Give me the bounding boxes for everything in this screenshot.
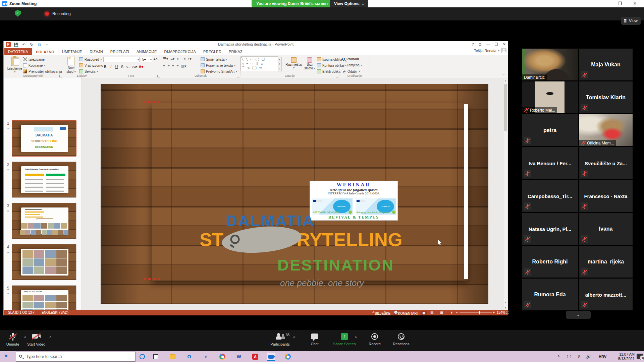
- participant-tile[interactable]: Roberto Righi: [522, 246, 578, 278]
- tab-pregled[interactable]: PREGLED: [200, 48, 225, 55]
- tab-datoteka[interactable]: DATOTEKA: [4, 48, 32, 55]
- account-menu[interactable]: Tešija Renata▾: [474, 48, 506, 53]
- file-explorer-icon[interactable]: [169, 353, 177, 361]
- fit-slide-icon[interactable]: ⛶: [506, 311, 508, 315]
- zoom-out-icon[interactable]: −: [456, 311, 458, 314]
- char-spacing-button[interactable]: A↔: [125, 64, 131, 69]
- reading-view-icon[interactable]: ▦: [440, 311, 443, 314]
- tab-dizajn[interactable]: DIZAJN: [86, 48, 107, 55]
- align-center-button[interactable]: ≡: [167, 64, 169, 68]
- taskbar-clock[interactable]: 11:07 AM 5/13/2021: [618, 352, 635, 361]
- participant-tile[interactable]: Iva Bencun / Fer...: [522, 147, 578, 179]
- justify-button[interactable]: ≡: [176, 64, 178, 68]
- chrome-icon[interactable]: [218, 353, 226, 361]
- tab-prikaz[interactable]: PRIKAZ: [225, 48, 246, 55]
- zoom-percentage[interactable]: 154%: [497, 311, 505, 314]
- participant-tile[interactable]: Officina Mem...: [579, 114, 633, 146]
- action-center-icon[interactable]: 20: [637, 354, 643, 359]
- italic-button[interactable]: I: [108, 64, 113, 69]
- tray-mic-icon[interactable]: 🎙: [577, 351, 585, 362]
- participant-tile[interactable]: martina_rijeka: [579, 246, 633, 278]
- thumbnail-slide-4[interactable]: [12, 244, 76, 280]
- share-options-caret[interactable]: ˄: [355, 335, 357, 339]
- share-screen-button[interactable]: Share Screen: [330, 333, 359, 346]
- dialog-launcher-icon[interactable]: [237, 75, 239, 77]
- next-slide-icon[interactable]: ▼: [503, 307, 507, 309]
- columns-button[interactable]: ▥▾: [181, 64, 186, 68]
- scroll-up-icon[interactable]: ▲: [503, 79, 507, 82]
- layout-button[interactable]: Raspored▾: [79, 57, 102, 61]
- slideshow-view-icon[interactable]: ⏵: [451, 311, 452, 315]
- zoom-app-icon[interactable]: [284, 353, 292, 361]
- line-spacing-button[interactable]: ↕▾: [188, 57, 192, 61]
- participant-tile[interactable]: Campobasso_Tir...: [522, 180, 578, 212]
- tab-animacije[interactable]: ANIMACIJE: [133, 48, 160, 55]
- comments-toggle[interactable]: 💬 KOMENTARI: [394, 311, 398, 314]
- numbering-button[interactable]: ≡▾: [170, 57, 174, 61]
- tab-prijelazi[interactable]: PRIJELAZI: [107, 48, 133, 55]
- participant-tile[interactable]: Roberto Mal...: [522, 81, 578, 113]
- change-case-button[interactable]: Aa▾: [132, 64, 138, 69]
- language-status[interactable]: ENGLESKI (SAD): [42, 311, 68, 314]
- help-icon[interactable]: ?: [472, 42, 474, 47]
- restore-button[interactable]: ❐: [614, 0, 626, 7]
- mic-options-caret[interactable]: ˄: [24, 335, 26, 339]
- reactions-button[interactable]: Reactions: [389, 333, 413, 346]
- reset-button[interactable]: Vrati izvorno: [79, 63, 103, 67]
- participant-tile[interactable]: petra: [522, 114, 578, 146]
- align-left-button[interactable]: ≡: [163, 64, 165, 68]
- participant-tile[interactable]: Damir Brčić: [522, 49, 578, 80]
- language-indicator[interactable]: HRV: [599, 351, 606, 362]
- edge-icon[interactable]: e: [202, 353, 210, 361]
- video-options-caret[interactable]: ˄: [49, 335, 51, 339]
- ribbon-display-icon[interactable]: ⊡: [479, 42, 482, 47]
- new-slide-button[interactable]: Novi slajd ▾: [64, 57, 78, 73]
- participant-tile[interactable]: Rumora Eda: [522, 279, 578, 310]
- format-painter-button[interactable]: Prenositelj oblikovanja: [23, 69, 62, 73]
- smartart-button[interactable]: Pretvori u SmartArt▾: [201, 69, 237, 73]
- tray-show-hidden-icon[interactable]: ˄: [557, 351, 564, 362]
- tab-polazno[interactable]: POLAZNO: [32, 48, 58, 55]
- bullets-button[interactable]: ☰▾: [163, 57, 168, 61]
- participant-tile[interactable]: Sveučilište u Za...: [579, 147, 633, 179]
- participants-caret[interactable]: ˄: [293, 335, 295, 339]
- participant-tile[interactable]: Natasa Ugrin, Pl...: [522, 213, 578, 245]
- copy-button[interactable]: Kopiranje▾: [23, 63, 45, 67]
- prev-slide-icon[interactable]: ▲: [503, 301, 507, 304]
- font-size-combo[interactable]: 5+: [141, 57, 152, 62]
- arrange-button[interactable]: Razmještaj▾: [285, 57, 303, 69]
- notes-flag-icon[interactable]: ⎗: [33, 311, 35, 315]
- tab-umetanje[interactable]: UMETANJE: [58, 48, 86, 55]
- word-icon[interactable]: W: [235, 353, 243, 361]
- indent-increase-button[interactable]: ⇥: [182, 57, 185, 61]
- camera-app-icon[interactable]: [267, 353, 275, 361]
- participant-tile[interactable]: Maja Vukan: [579, 49, 633, 80]
- bold-button[interactable]: B: [103, 64, 108, 69]
- chat-button[interactable]: Chat: [305, 333, 324, 346]
- thumbnail-slide-2[interactable]: Split-Dalmatia County & storytelling: [12, 162, 76, 198]
- quick-styles-button[interactable]: Brzistilovi ▾: [303, 57, 316, 70]
- dialog-launcher-icon[interactable]: [59, 75, 62, 77]
- record-button[interactable]: Record: [365, 333, 384, 346]
- tab-dijaprojekcija[interactable]: DIJAPROJEKCIJA: [161, 48, 200, 55]
- select-button[interactable]: Odabir▾: [342, 69, 360, 73]
- zoom-slider[interactable]: [460, 312, 492, 313]
- grow-font-button[interactable]: A˄: [153, 57, 158, 62]
- align-text-button[interactable]: Poravnanje teksta▾: [201, 63, 235, 67]
- paste-button[interactable]: Lijepljenje▾: [7, 57, 22, 73]
- dialog-launcher-icon[interactable]: [336, 75, 338, 77]
- indent-decrease-button[interactable]: ⇤: [177, 57, 180, 61]
- participant-tile[interactable]: Ivana: [579, 213, 633, 245]
- participants-button[interactable]: 35 Participants: [268, 333, 292, 346]
- dialog-launcher-icon[interactable]: [157, 75, 160, 77]
- font-name-combo[interactable]: [103, 57, 140, 62]
- thumbnail-slide-5[interactable]: Meet our tour guides: [12, 285, 76, 310]
- zoom-slider-knob[interactable]: [479, 311, 480, 314]
- view-options-button[interactable]: View Options⌄: [330, 0, 368, 7]
- cortana-icon[interactable]: [138, 353, 146, 361]
- vertical-scrollbar[interactable]: ▲ ▲ ▼: [503, 79, 507, 310]
- participant-tile[interactable]: Francesco - Naxta: [579, 180, 633, 212]
- thumbnail-slide-3[interactable]: [12, 203, 76, 239]
- acrobat-icon[interactable]: A: [251, 353, 259, 361]
- minimize-button[interactable]: —: [599, 0, 610, 7]
